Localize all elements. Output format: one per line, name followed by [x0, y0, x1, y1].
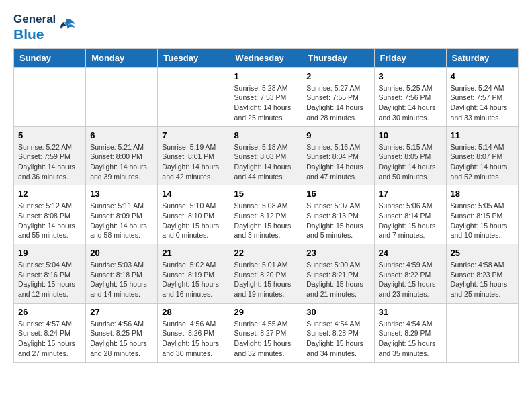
calendar-cell: 2Sunrise: 5:27 AM Sunset: 7:55 PM Daylig…: [302, 67, 374, 126]
day-info: Sunrise: 5:07 AM Sunset: 8:13 PM Dayligh…: [306, 201, 369, 240]
day-number: 14: [162, 189, 225, 199]
day-number: 31: [379, 307, 442, 317]
calendar-cell: 17Sunrise: 5:06 AM Sunset: 8:14 PM Dayli…: [374, 185, 446, 244]
day-number: 4: [451, 71, 514, 81]
day-number: 24: [379, 248, 442, 258]
day-number: 30: [306, 307, 369, 317]
calendar-table: SundayMondayTuesdayWednesdayThursdayFrid…: [13, 48, 519, 363]
day-number: 29: [234, 307, 298, 317]
calendar-header-row: SundayMondayTuesdayWednesdayThursdayFrid…: [14, 48, 519, 67]
calendar-cell: [86, 67, 158, 126]
calendar-cell: 11Sunrise: 5:14 AM Sunset: 8:07 PM Dayli…: [446, 126, 518, 185]
day-info: Sunrise: 4:56 AM Sunset: 8:26 PM Dayligh…: [162, 319, 225, 359]
day-number: 8: [234, 130, 298, 140]
day-number: 1: [234, 71, 298, 81]
day-number: 7: [162, 130, 225, 140]
calendar-week-5: 26Sunrise: 4:57 AM Sunset: 8:24 PM Dayli…: [14, 303, 519, 362]
day-number: 25: [451, 248, 514, 258]
calendar-cell: 28Sunrise: 4:56 AM Sunset: 8:26 PM Dayli…: [158, 303, 230, 362]
calendar-cell: 5Sunrise: 5:22 AM Sunset: 7:59 PM Daylig…: [14, 126, 86, 185]
calendar-cell: 15Sunrise: 5:08 AM Sunset: 8:12 PM Dayli…: [230, 185, 302, 244]
day-info: Sunrise: 5:18 AM Sunset: 8:03 PM Dayligh…: [234, 142, 298, 182]
calendar-cell: 24Sunrise: 4:59 AM Sunset: 8:22 PM Dayli…: [374, 244, 446, 304]
calendar-cell: 4Sunrise: 5:24 AM Sunset: 7:57 PM Daylig…: [446, 67, 518, 126]
calendar-cell: 22Sunrise: 5:01 AM Sunset: 8:20 PM Dayli…: [230, 244, 302, 304]
calendar-cell: 13Sunrise: 5:11 AM Sunset: 8:09 PM Dayli…: [86, 185, 158, 244]
calendar-cell: 9Sunrise: 5:16 AM Sunset: 8:04 PM Daylig…: [302, 126, 374, 185]
day-info: Sunrise: 5:02 AM Sunset: 8:19 PM Dayligh…: [162, 260, 225, 300]
calendar-cell: 12Sunrise: 5:12 AM Sunset: 8:08 PM Dayli…: [14, 185, 86, 244]
calendar-cell: [446, 303, 518, 362]
calendar-week-1: 1Sunrise: 5:28 AM Sunset: 7:53 PM Daylig…: [14, 67, 519, 126]
day-info: Sunrise: 4:54 AM Sunset: 8:28 PM Dayligh…: [306, 319, 369, 359]
day-info: Sunrise: 5:25 AM Sunset: 7:56 PM Dayligh…: [379, 83, 442, 123]
day-number: 16: [306, 189, 369, 199]
day-info: Sunrise: 4:59 AM Sunset: 8:22 PM Dayligh…: [379, 260, 442, 300]
logo-bird-icon: [57, 17, 76, 36]
day-info: Sunrise: 4:58 AM Sunset: 8:23 PM Dayligh…: [451, 260, 514, 300]
day-number: 22: [234, 248, 298, 258]
page-header: General Blue: [13, 13, 519, 42]
calendar-cell: 30Sunrise: 4:54 AM Sunset: 8:28 PM Dayli…: [302, 303, 374, 362]
day-info: Sunrise: 5:05 AM Sunset: 8:15 PM Dayligh…: [451, 201, 514, 240]
day-info: Sunrise: 4:56 AM Sunset: 8:25 PM Dayligh…: [90, 319, 153, 359]
day-info: Sunrise: 4:54 AM Sunset: 8:29 PM Dayligh…: [379, 319, 442, 359]
calendar-cell: 1Sunrise: 5:28 AM Sunset: 7:53 PM Daylig…: [230, 67, 302, 126]
weekday-header-tuesday: Tuesday: [158, 48, 230, 67]
logo-general: General: [13, 13, 56, 26]
day-info: Sunrise: 5:14 AM Sunset: 8:07 PM Dayligh…: [451, 142, 514, 182]
day-number: 6: [90, 130, 153, 140]
day-number: 28: [162, 307, 225, 317]
day-info: Sunrise: 5:12 AM Sunset: 8:08 PM Dayligh…: [18, 201, 81, 240]
day-info: Sunrise: 5:16 AM Sunset: 8:04 PM Dayligh…: [306, 142, 369, 182]
calendar-cell: [158, 67, 230, 126]
day-number: 10: [379, 130, 442, 140]
calendar-cell: 29Sunrise: 4:55 AM Sunset: 8:27 PM Dayli…: [230, 303, 302, 362]
day-info: Sunrise: 5:24 AM Sunset: 7:57 PM Dayligh…: [451, 83, 514, 123]
weekday-header-wednesday: Wednesday: [230, 48, 302, 67]
calendar-cell: 14Sunrise: 5:10 AM Sunset: 8:10 PM Dayli…: [158, 185, 230, 244]
day-number: 18: [451, 189, 514, 199]
day-number: 2: [306, 71, 369, 81]
weekday-header-monday: Monday: [86, 48, 158, 67]
day-info: Sunrise: 5:10 AM Sunset: 8:10 PM Dayligh…: [162, 201, 225, 240]
day-number: 9: [306, 130, 369, 140]
day-number: 3: [379, 71, 442, 81]
day-number: 26: [18, 307, 81, 317]
day-number: 21: [162, 248, 225, 258]
day-info: Sunrise: 5:15 AM Sunset: 8:05 PM Dayligh…: [379, 142, 442, 182]
day-info: Sunrise: 5:27 AM Sunset: 7:55 PM Dayligh…: [306, 83, 369, 123]
logo: General Blue: [13, 13, 76, 42]
calendar-cell: 18Sunrise: 5:05 AM Sunset: 8:15 PM Dayli…: [446, 185, 518, 244]
calendar-cell: 19Sunrise: 5:04 AM Sunset: 8:16 PM Dayli…: [14, 244, 86, 304]
calendar-cell: [14, 67, 86, 126]
calendar-cell: 26Sunrise: 4:57 AM Sunset: 8:24 PM Dayli…: [14, 303, 86, 362]
calendar-cell: 3Sunrise: 5:25 AM Sunset: 7:56 PM Daylig…: [374, 67, 446, 126]
day-info: Sunrise: 5:11 AM Sunset: 8:09 PM Dayligh…: [90, 201, 153, 240]
day-number: 13: [90, 189, 153, 199]
calendar-cell: 27Sunrise: 4:56 AM Sunset: 8:25 PM Dayli…: [86, 303, 158, 362]
calendar-cell: 23Sunrise: 5:00 AM Sunset: 8:21 PM Dayli…: [302, 244, 374, 304]
day-info: Sunrise: 5:19 AM Sunset: 8:01 PM Dayligh…: [162, 142, 225, 182]
day-number: 19: [18, 248, 81, 258]
day-info: Sunrise: 5:04 AM Sunset: 8:16 PM Dayligh…: [18, 260, 81, 300]
day-info: Sunrise: 4:57 AM Sunset: 8:24 PM Dayligh…: [18, 319, 81, 359]
weekday-header-friday: Friday: [374, 48, 446, 67]
calendar-week-2: 5Sunrise: 5:22 AM Sunset: 7:59 PM Daylig…: [14, 126, 519, 185]
day-number: 11: [451, 130, 514, 140]
day-number: 12: [18, 189, 81, 199]
day-info: Sunrise: 5:03 AM Sunset: 8:18 PM Dayligh…: [90, 260, 153, 300]
logo-blue: Blue: [13, 26, 56, 42]
day-info: Sunrise: 4:55 AM Sunset: 8:27 PM Dayligh…: [234, 319, 298, 359]
weekday-header-saturday: Saturday: [446, 48, 518, 67]
calendar-week-4: 19Sunrise: 5:04 AM Sunset: 8:16 PM Dayli…: [14, 244, 519, 304]
day-number: 20: [90, 248, 153, 258]
day-info: Sunrise: 5:22 AM Sunset: 7:59 PM Dayligh…: [18, 142, 81, 182]
calendar-cell: 31Sunrise: 4:54 AM Sunset: 8:29 PM Dayli…: [374, 303, 446, 362]
day-info: Sunrise: 5:08 AM Sunset: 8:12 PM Dayligh…: [234, 201, 298, 240]
calendar-cell: 16Sunrise: 5:07 AM Sunset: 8:13 PM Dayli…: [302, 185, 374, 244]
day-number: 23: [306, 248, 369, 258]
calendar-cell: 25Sunrise: 4:58 AM Sunset: 8:23 PM Dayli…: [446, 244, 518, 304]
calendar-cell: 8Sunrise: 5:18 AM Sunset: 8:03 PM Daylig…: [230, 126, 302, 185]
day-number: 5: [18, 130, 81, 140]
